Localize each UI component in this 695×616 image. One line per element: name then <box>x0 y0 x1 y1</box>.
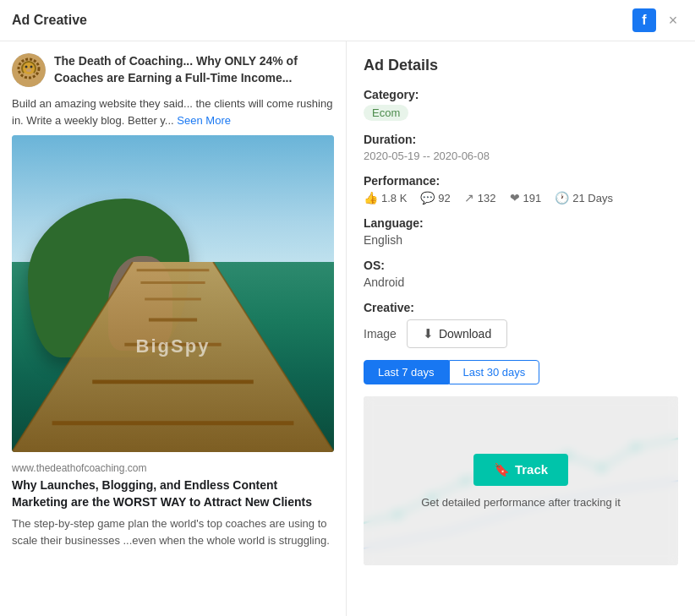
performance-label: Performance: <box>364 174 678 188</box>
perf-reactions: ❤ 191 <box>510 191 542 204</box>
clock-icon: 🕐 <box>555 191 569 204</box>
duration-row: Duration: 2020-05-19 -- 2020-06-08 <box>364 133 678 162</box>
creative-label: Creative: <box>364 301 678 314</box>
section-title: Ad Details <box>364 57 678 74</box>
perf-comments: 💬 92 <box>420 191 450 204</box>
advertiser-row: The Death of Coaching... Why ONLY 24% of… <box>12 53 334 87</box>
image-label: Image <box>364 327 397 341</box>
svg-point-5 <box>30 66 33 68</box>
chart-blur-overlay: 🔖 Track Get detailed performance after t… <box>364 396 678 565</box>
os-value: Android <box>364 275 678 289</box>
watermark: BigSpy <box>136 335 211 357</box>
chart-caption: Get detailed performance after tracking … <box>421 496 621 509</box>
right-panel: Ad Details Category: Ecom Duration: 2020… <box>347 41 695 616</box>
ad-body-text: The step-by-step game plan the world's t… <box>12 515 334 548</box>
modal-body: The Death of Coaching... Why ONLY 24% of… <box>0 41 695 616</box>
ad-image: BigSpy <box>12 135 334 452</box>
os-label: OS: <box>364 259 678 272</box>
category-row: Category: Ecom <box>364 88 678 121</box>
bookmark-icon: 🔖 <box>494 462 510 477</box>
close-icon[interactable]: × <box>663 10 683 30</box>
ad-headline: Why Launches, Blogging, and Endless Cont… <box>12 477 334 510</box>
seen-more-link[interactable]: Seen More <box>177 114 231 127</box>
perf-shares: ↗ 132 <box>464 191 496 204</box>
heart-icon: ❤ <box>510 191 520 204</box>
chart-container: 🔖 Track Get detailed performance after t… <box>364 396 678 565</box>
language-label: Language: <box>364 216 678 230</box>
language-value: English <box>364 233 678 247</box>
download-icon: ⬇ <box>423 326 434 341</box>
svg-point-4 <box>25 66 28 68</box>
thumb-up-icon: 👍 <box>364 191 378 204</box>
modal-title: Ad Creative <box>12 13 87 28</box>
modal-header: Ad Creative f × <box>0 0 695 41</box>
advertiser-name: The Death of Coaching... Why ONLY 24% of… <box>54 53 334 86</box>
track-button[interactable]: 🔖 Track <box>473 454 568 486</box>
perf-days: 🕐 21 Days <box>555 191 613 204</box>
duration-label: Duration: <box>364 133 678 146</box>
category-label: Category: <box>364 88 678 101</box>
os-row: OS: Android <box>364 259 678 289</box>
last-7-days-button[interactable]: Last 7 days <box>364 360 449 384</box>
ad-text: Build an amazing website they said... th… <box>12 95 334 128</box>
comment-icon: 💬 <box>420 191 435 204</box>
last-30-days-button[interactable]: Last 30 days <box>449 360 540 384</box>
language-row: Language: English <box>364 216 678 247</box>
download-button[interactable]: ⬇ Download <box>407 319 507 348</box>
header-right: f × <box>632 8 683 32</box>
performance-stats: 👍 1.8 K 💬 92 ↗ 132 ❤ 191 🕐 21 Days <box>364 191 678 204</box>
perf-likes: 👍 1.8 K <box>364 191 407 204</box>
category-tag: Ecom <box>364 105 408 121</box>
time-buttons: Last 7 days Last 30 days <box>364 360 678 384</box>
duration-value: 2020-05-19 -- 2020-06-08 <box>364 150 678 162</box>
creative-row: Creative: Image ⬇ Download <box>364 301 678 348</box>
svg-point-6 <box>26 68 31 72</box>
tropical-scene: BigSpy <box>12 135 334 452</box>
avatar <box>12 53 46 87</box>
creative-content: Image ⬇ Download <box>364 319 678 348</box>
share-icon: ↗ <box>464 191 474 204</box>
ad-url: www.thedeathofcoaching.com <box>12 462 334 474</box>
performance-row: Performance: 👍 1.8 K 💬 92 ↗ 132 ❤ 191 <box>364 174 678 204</box>
left-panel: The Death of Coaching... Why ONLY 24% of… <box>0 41 347 616</box>
facebook-icon: f <box>632 8 656 32</box>
